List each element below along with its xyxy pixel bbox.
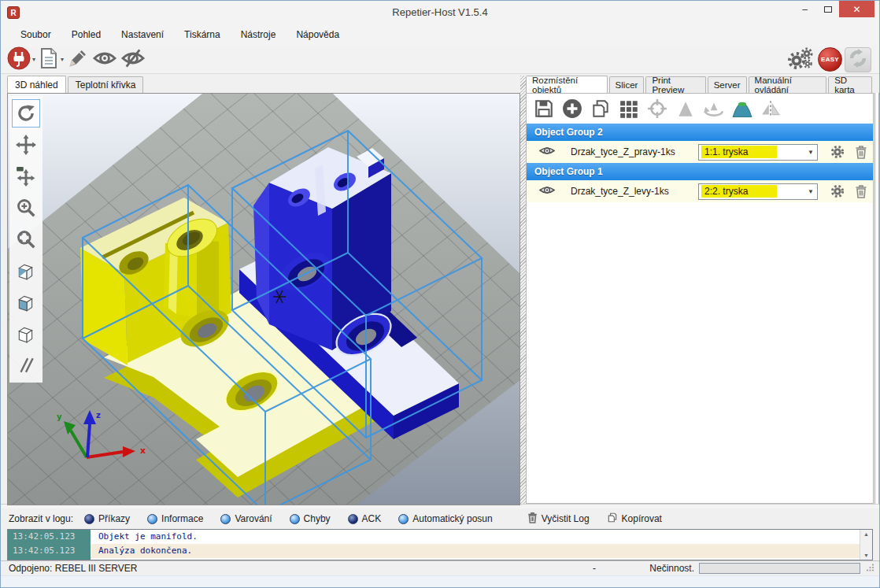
edit-button[interactable] [67,47,89,72]
copy-icon [607,512,618,526]
menu-napoveda[interactable]: Nápověda [286,24,349,46]
object-name: Drzak_tyce_Z_levy-1ks [571,186,698,197]
copy-object-button[interactable] [588,96,613,121]
tab-sd-karta[interactable]: SD karta [828,76,872,93]
connect-dropdown-arrow[interactable]: ▾ [32,56,35,63]
tab-server[interactable]: Server [708,76,747,93]
load-dropdown-arrow[interactable]: ▾ [61,56,64,63]
save-button[interactable] [531,96,556,121]
isometric-view-button[interactable] [12,257,40,285]
scroll-down-icon[interactable]: ▼ [863,553,869,558]
object-group-header[interactable]: Object Group 1 [527,163,873,180]
top-view-button[interactable] [12,320,40,348]
front-view-button[interactable] [12,288,40,316]
menu-pohled[interactable]: Pohled [61,24,111,46]
log-scrollbar[interactable]: ▲ ▼ [860,530,872,560]
center-object-button[interactable] [645,96,670,121]
object-settings-gear-icon[interactable] [826,145,849,159]
status-center-text: - [593,563,596,574]
visibility-eye-icon[interactable] [539,145,555,160]
emergency-stop-button[interactable] [845,47,871,72]
rotate-view-button[interactable] [12,99,40,128]
log-output[interactable]: 13:42:05.123 13:42:05.123 Objekt je mani… [7,529,873,560]
move-view-button[interactable] [12,131,40,159]
object-settings-gear-icon[interactable] [826,184,849,198]
radio-icon[interactable] [220,514,231,524]
log-message: Objekt je manifold. [91,530,860,544]
view-tabs: 3D náhled Teplotní křivka [7,76,520,93]
viewport-toolbar [9,96,43,383]
settings-gears-icon[interactable] [786,44,815,76]
connect-button[interactable]: ▾ [7,46,35,73]
show-filament-button[interactable] [92,48,117,72]
menu-nastroje[interactable]: Nástroje [231,24,287,46]
filter-ack[interactable]: ACK [348,513,382,524]
object-row[interactable]: Drzak_tyce_Z_levy-1ks 2:2. tryska ▼ [527,180,873,202]
hide-travel-button[interactable] [120,48,146,72]
extruder-select[interactable]: 1:1. tryska ▼ [698,144,818,161]
object-list-empty-area [527,202,873,503]
mirror-object-button[interactable] [758,96,783,121]
filter-prikazy[interactable]: Příkazy [84,513,130,524]
scroll-up-icon[interactable]: ▲ [863,531,869,537]
delete-object-trash-icon[interactable] [849,184,873,198]
extruder-select[interactable]: 2:2. tryska ▼ [698,183,818,200]
tab-3d-nahled[interactable]: 3D náhled [7,76,66,93]
load-button[interactable]: ▾ [39,47,64,72]
chevron-down-icon: ▼ [804,188,817,195]
zoom-fit-button[interactable] [12,225,40,253]
visibility-eye-icon[interactable] [539,184,555,199]
extruder-value: 1:1. tryska [701,146,777,158]
log-message-column: Objekt je manifold. Analýza dokončena. [91,530,860,560]
document-icon [39,47,59,72]
resize-grip[interactable] [865,563,874,575]
log-toolbar: Zobrazit v logu: Příkazy Informace Varov… [1,508,879,529]
tab-slicer[interactable]: Slicer [609,76,645,93]
tab-print-preview[interactable]: Print Preview [645,76,705,93]
progress-bar [699,563,860,574]
autoposition-button[interactable] [616,96,642,121]
tab-teplotni-krivka[interactable]: Teplotní křivka [68,76,144,93]
toolbar-right-group: EASY [786,44,871,76]
add-object-button[interactable] [560,96,585,121]
zoom-in-button[interactable] [12,194,40,222]
object-row[interactable]: Drzak_tyce_Z_pravy-1ks 1:1. tryska ▼ [527,141,873,163]
menu-tiskarna[interactable]: Tiskárna [174,24,231,46]
tab-manualni-ovladani[interactable]: Manuální ovládání [749,76,827,93]
svg-text:x: x [140,446,146,456]
object-group-header[interactable]: Object Group 2 [527,124,873,141]
svg-text:z: z [96,411,101,420]
rotate-object-button[interactable] [701,96,727,121]
radio-icon[interactable] [147,514,157,524]
tab-rozmisteni-objektu[interactable]: Rozmístění objektů [526,76,608,93]
minimize-button[interactable]: – [793,1,816,17]
maximize-button[interactable] [816,1,839,17]
filter-chyby[interactable]: Chyby [290,513,331,524]
clear-log-button[interactable]: Vyčistit Log [527,512,590,526]
copy-log-label: Kopírovat [622,513,662,524]
filter-label: Automatický posun [412,513,492,524]
filter-varovani[interactable]: Varování [220,513,272,524]
close-button[interactable]: ✕ [839,1,874,17]
main-area: 3D náhled Teplotní křivka [1,74,879,504]
filter-informace[interactable]: Informace [147,513,203,524]
radio-icon[interactable] [84,514,94,524]
delete-object-trash-icon[interactable] [849,145,873,159]
viewport-3d[interactable]: x y z [7,93,520,505]
vertical-splitter[interactable] [520,76,526,504]
radio-icon[interactable] [398,514,409,524]
scale-object-button[interactable] [673,96,698,121]
panel-edge-splitter[interactable] [874,93,879,504]
trash-icon [527,512,538,526]
filter-automaticky-posun[interactable]: Automatický posun [398,513,492,524]
scene-3d[interactable]: x y z [8,94,519,505]
copy-log-button[interactable]: Kopírovat [607,512,662,526]
easy-mode-button[interactable]: EASY [818,47,842,72]
menu-nastaveni[interactable]: Nastavení [111,24,174,46]
move-object-button[interactable] [12,162,40,190]
perspective-toggle-button[interactable] [12,351,40,379]
menu-soubor[interactable]: Soubor [10,24,61,46]
radio-icon[interactable] [348,514,358,524]
radio-icon[interactable] [290,514,300,524]
drop-object-button[interactable] [730,96,755,121]
